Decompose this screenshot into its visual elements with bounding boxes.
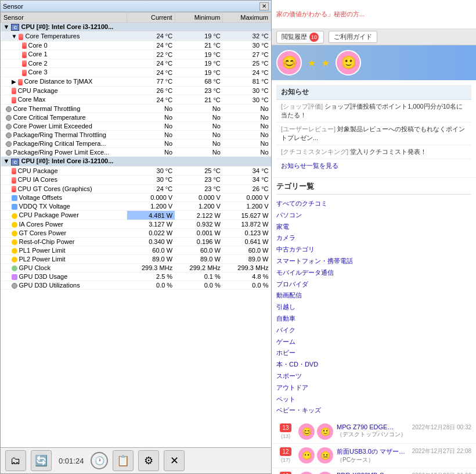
news-section: お知らせ [ショップ評価] ショップ評価投稿でポイント1,000円分が10名に当… [272,80,476,178]
forum-avatar-1-1: 😶 [298,447,315,464]
category-link-sub-cat[interactable]: 中古カテゴリ [276,244,471,256]
sensor-window-title: Sensor [3,3,23,10]
browser-tab-guide[interactable]: ご利用ガイド [329,31,377,43]
forum-count-1: 12 [280,447,291,456]
category-link-smartphone[interactable]: スマートフォン・携帯電話 [276,256,471,267]
category-link-camera[interactable]: カメラ [276,232,471,244]
category-area: テゴリー覧 すべてのクチコミパソコン家電カメラ中古カテゴリスマートフォン・携帯電… [272,178,476,420]
table-row: GPU Clock299.3 MHz299.2 MHz299.3 MHz [1,264,271,272]
browser-tab-history[interactable]: 閲覧履歴 10 [276,31,324,44]
table-row: CPU IA Cores30 °C23 °C34 °C [1,175,271,185]
avatar-1: 😊 [276,50,302,76]
table-row: CPU Package Power4.481 W2.122 W15.627 W [1,211,271,220]
sensor-panel: Sensor ✕ Sensor Current Minimum Maximum … [0,0,272,474]
category-link-isp[interactable]: プロバイダ [276,279,471,290]
table-row: PL1 Power Limit60.0 W60.0 W60.0 W [1,246,271,254]
table-row: CPU Package26 °C23 °C30 °C [1,86,271,95]
col-minimum: Minimum [175,13,223,23]
table-row: GT Cores Power0.022 W0.001 W0.123 W [1,228,271,237]
table-row: Core Critical TemperatureNoNoNo [1,113,271,121]
subgroup-core-temps[interactable]: ▼ Core Temperatures24 °C19 °C32 °C [1,32,271,41]
category-link-books[interactable]: 本・CD・DVD [276,359,471,371]
star-icon-2: ★ [322,58,330,69]
forum-sub-0: （デスクトップパソコン） [337,430,409,439]
toolbar-btn-settings[interactable]: ⚙ [138,450,159,471]
news-item-3: [クチコミスタンキング] 堂入りクチコミスト発表！ [276,145,471,159]
forum-title-0[interactable]: MPG Z790 EDGE… [337,423,409,430]
forum-item-1: 12 (17) 😶 😐 前面USB3.0の マザー… （PCケース） 2022年… [272,444,476,468]
table-row: PL2 Power Limit89.0 W89.0 W89.0 W [1,254,271,263]
col-maximum: Maximum [223,13,271,23]
table-row: CPU GT Cores (Graphics)24 °C23 °C26 °C [1,184,271,193]
window-close-button[interactable]: ✕ [259,2,269,10]
clock-icon: 🕐 [91,452,108,469]
tab-guide-label: ご利用ガイド [334,33,372,41]
table-row: GPU D3D Usage2.5 %0.1 %4.8 % [1,272,271,281]
category-link-hobby[interactable]: ホビー [276,347,471,359]
category-link-home[interactable]: 家電 [276,221,471,233]
ad-area: 家の価値がわかる」秘密の方... [272,0,476,29]
group-row-cpu0[interactable]: ▼ CCPU [#0]: Intel Core i3-12100... [1,23,271,32]
table-row: Core 024 °C21 °C30 °C [1,41,271,50]
news-more-link[interactable]: お知らせ一覧を見る [281,162,338,169]
table-row: VDDQ TX Voltage1.200 V1.200 V1.200 V [1,202,271,211]
category-links: すべてのクチコミパソコン家電カメラ中古カテゴリスマートフォン・携帯電話モバイルデ… [276,198,471,416]
forum-count-2: 12 [280,472,291,474]
category-title: テゴリー覧 [276,181,471,195]
category-link-car[interactable]: 自動車 [276,313,471,325]
category-link-video[interactable]: 動画配信 [276,290,471,301]
forum-avatars-2: 😯 😑 [298,472,333,474]
tab-history-badge: 10 [309,33,319,42]
toolbar-btn-folder[interactable]: 🗂 [5,450,26,471]
category-link-pc[interactable]: パソコン [276,210,471,221]
category-link-game[interactable]: ゲーム [276,336,471,348]
toolbar-btn-close[interactable]: ✕ [164,450,185,471]
forum-date-area-0: 2022年12月28日 00:32 [412,423,471,432]
forum-date-2: 2022年12月28日 06:26 [412,472,471,474]
category-link-mobile-data[interactable]: モバイルデータ通信 [276,267,471,279]
forum-sub-1: （PCケース） [337,456,409,464]
category-link-pet[interactable]: ペット [276,394,471,405]
group-row-cpu1[interactable]: ▼ CCPU [#0]: Intel Core i3-12100... [1,157,271,166]
table-row: Package/Ring Critical Tempera...NoNoNo [1,139,271,148]
sensor-titlebar: Sensor ✕ [1,1,271,12]
news-header: お知らせ [276,85,471,100]
news-label-1: [ショップ評価] [281,103,323,110]
col-current: Current [127,13,175,23]
table-row: Core Thermal ThrottlingNoNoNo [1,104,271,113]
forum-avatars-0: 😊 🙂 [298,423,333,440]
forum-date-1: 2022年12月27日 22:08 [412,447,471,455]
category-link-moving[interactable]: 引越し [276,301,471,313]
forum-date-area-2: 2022年12月28日 06:26 [412,472,471,474]
table-row: Package/Ring Thermal ThrottlingNoNoNo [1,131,271,139]
ad-text: 家の価値がわかる」秘密の方... [276,10,365,19]
toolbar-btn-add[interactable]: 📋 [113,450,134,471]
right-content: 😊 ★ ★ 🙂 お知らせ [ショップ評価] ショップ評価投稿でポイント1,000… [272,45,476,474]
news-item-2: [ユーザーレビュー] 対象製品レビューへの投稿でもれなくポイントプレゼン... [276,123,471,145]
table-row: Core 324 °C19 °C24 °C [1,68,271,77]
toolbar-timer: 0:01:24 [59,457,84,465]
table-row: Core 224 °C19 °C25 °C [1,59,271,68]
forum-sub-count-1: (17) [281,457,290,463]
category-link-kids[interactable]: ベビー・キッズ [276,405,471,416]
browser-bar: 閲覧履歴 10 ご利用ガイド [272,29,476,45]
news-item-1: [ショップ評価] ショップ評価投稿でポイント1,000円分が10名に当たる！ [276,100,471,123]
news-label-3: [クチコミスタンキング] [281,148,348,155]
star-icon: ★ [308,58,316,69]
forum-count-0: 13 [280,423,291,432]
forum-avatar-2-1: 😐 [317,447,333,464]
category-link-outdoor[interactable]: アウトドア [276,382,471,394]
forum-title-2[interactable]: BDR-XS08MB-S … [337,472,409,474]
table-row: Core Max24 °C21 °C30 °C [1,95,271,105]
table-row: ▶ Core Distance to TjMAX77 °C68 °C81 °C [1,77,271,87]
toolbar-btn-refresh[interactable]: 🔄 [31,450,52,471]
news-detail-3: 堂入りクチコミスト発表！ [350,148,427,155]
category-link-sports[interactable]: スポーツ [276,371,471,382]
forum-title-1[interactable]: 前面USB3.0の マザー… [337,447,409,456]
sensor-toolbar: 🗂 🔄 0:01:24 🕐 📋 ⚙ ✕ [1,447,271,473]
news-more-link-wrapper: お知らせ一覧を見る [276,159,471,173]
table-row: GPU D3D Utilizations0.0 %0.0 %0.0 % [1,281,271,290]
forum-item-2: 12 (12) 😯 😑 BDR-XS08MB-S … （ブルーレイドライブ） 2… [272,468,476,474]
category-link-all-reviews[interactable]: すべてのクチコミ [276,198,471,210]
category-link-bike[interactable]: バイク [276,325,471,336]
